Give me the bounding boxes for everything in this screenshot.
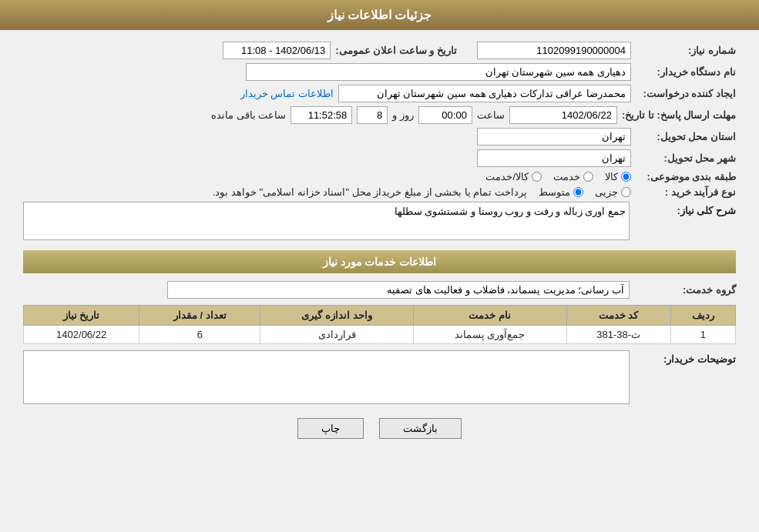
buyer-notes-textarea[interactable]: [23, 350, 630, 404]
category-radio-both[interactable]: [532, 172, 542, 182]
org-name-input[interactable]: [246, 63, 631, 81]
deadline-date-input[interactable]: [509, 106, 617, 124]
cell-quantity: 6: [139, 326, 260, 344]
deadline-days-input[interactable]: [357, 106, 388, 124]
button-row: بازگشت چاپ: [23, 418, 736, 439]
purchase-type-label-partial: جزیی: [595, 186, 618, 198]
need-description-textarea[interactable]: جمع اوری زباله و رفت و روب روستا و شستشو…: [23, 202, 630, 240]
category-radio-group: کالا خدمت کالا/خدمت: [485, 171, 631, 182]
purchase-type-label: نوع فرآیند خرید :: [636, 186, 736, 198]
col-header-unit: واحد اندازه گیری: [260, 306, 413, 326]
buyer-notes-label: توضیحات خریدار:: [636, 350, 736, 365]
cell-row-num: 1: [670, 326, 735, 344]
city-label: شهر محل تحویل:: [636, 152, 736, 164]
org-name-label: نام دستگاه خریدار:: [636, 66, 736, 78]
category-option-both[interactable]: کالا/خدمت: [485, 171, 542, 182]
buyer-notes-block: توضیحات خریدار:: [23, 350, 736, 407]
page-title: جزئیات اطلاعات نیاز: [0, 0, 759, 30]
category-option-service[interactable]: خدمت: [553, 171, 593, 182]
category-label-kala: کالا: [605, 171, 618, 182]
category-label: طبقه بندی موضوعی:: [636, 171, 736, 182]
need-number-label: شماره نیاز:: [636, 45, 736, 56]
category-option-kala[interactable]: کالا: [605, 171, 631, 182]
service-table-section: ردیف کد خدمت نام خدمت واحد اندازه گیری ت…: [23, 305, 736, 344]
deadline-time-input[interactable]: [418, 106, 472, 124]
purchase-type-desc: پرداخت تمام یا بخشی از مبلغ خریداز محل "…: [213, 186, 527, 198]
need-description-block: شرح کلی نیاز: جمع اوری زباله و رفت و روب…: [23, 202, 736, 243]
category-label-both: کالا/خدمت: [485, 171, 529, 182]
category-radio-service[interactable]: [583, 172, 593, 182]
cell-unit: قراردادی: [260, 326, 413, 344]
contact-link[interactable]: اطلاعات تماس خریدار: [240, 88, 334, 99]
city-row: شهر محل تحویل:: [23, 149, 736, 167]
deadline-days-label: روز و: [392, 109, 414, 121]
col-header-row-num: ردیف: [670, 306, 735, 326]
deadline-row: مهلت ارسال پاسخ: تا تاریخ: ساعت روز و سا…: [23, 106, 736, 124]
need-description-wrapper: جمع اوری زباله و رفت و روب روستا و شستشو…: [23, 202, 630, 243]
col-header-service-code: کد خدمت: [566, 306, 670, 326]
purchase-type-option-medium[interactable]: متوسط: [539, 186, 583, 198]
group-value-input[interactable]: [167, 281, 630, 299]
province-label: استان محل تحویل:: [636, 131, 736, 142]
purchase-type-row: نوع فرآیند خرید : جزیی متوسط پرداخت تمام…: [23, 186, 736, 198]
page-wrapper: جزئیات اطلاعات نیاز شماره نیاز: تاریخ و …: [0, 0, 759, 532]
col-header-date: تاریخ نیاز: [24, 306, 139, 326]
category-label-service: خدمت: [553, 171, 580, 182]
deadline-time-label: ساعت: [477, 109, 505, 121]
need-number-row: شماره نیاز: تاریخ و ساعت اعلان عمومی:: [23, 42, 736, 59]
purchase-type-radio-medium[interactable]: [573, 187, 583, 197]
city-input[interactable]: [477, 149, 631, 167]
back-button[interactable]: بازگشت: [379, 418, 462, 439]
province-row: استان محل تحویل:: [23, 128, 736, 146]
purchase-type-radio-partial[interactable]: [621, 187, 631, 197]
print-button[interactable]: چاپ: [297, 418, 364, 439]
service-table: ردیف کد خدمت نام خدمت واحد اندازه گیری ت…: [23, 305, 736, 344]
buyer-notes-wrapper: [23, 350, 630, 407]
category-radio-kala[interactable]: [621, 172, 631, 182]
creator-row: ایجاد کننده درخواست: اطلاعات تماس خریدار: [23, 85, 736, 102]
col-header-service-name: نام خدمت: [413, 306, 566, 326]
cell-service-name: جمع‌آوری پسماند: [413, 326, 566, 344]
creator-input[interactable]: [338, 85, 631, 102]
cell-date: 1402/06/22: [24, 326, 139, 344]
creator-label: ایجاد کننده درخواست:: [636, 88, 736, 99]
announce-date-label: تاریخ و ساعت اعلان عمومی:: [335, 45, 457, 56]
deadline-remaining-label: ساعت باقی مانده: [211, 109, 286, 121]
org-name-row: نام دستگاه خریدار:: [23, 63, 736, 81]
purchase-type-radio-group: جزیی متوسط پرداخت تمام یا بخشی از مبلغ خ…: [213, 186, 631, 198]
group-service-row: گروه خدمت:: [23, 281, 736, 299]
announce-date-input[interactable]: [223, 42, 331, 59]
cell-service-code: ث-38-381: [566, 326, 670, 344]
need-number-input[interactable]: [477, 42, 631, 59]
need-description-label: شرح کلی نیاز:: [636, 202, 736, 216]
purchase-type-label-medium: متوسط: [539, 186, 570, 198]
purchase-type-option-partial[interactable]: جزیی: [595, 186, 631, 198]
group-label: گروه خدمت:: [636, 284, 736, 296]
col-header-quantity: تعداد / مقدار: [139, 306, 260, 326]
province-input[interactable]: [477, 128, 631, 146]
category-row: طبقه بندی موضوعی: کالا خدمت کالا/خدمت: [23, 171, 736, 182]
deadline-remaining-input[interactable]: [291, 106, 352, 124]
table-row: 1 ث-38-381 جمع‌آوری پسماند قراردادی 6 14…: [24, 326, 736, 344]
deadline-label: مهلت ارسال پاسخ: تا تاریخ:: [622, 109, 736, 121]
service-section-header: اطلاعات خدمات مورد نیاز: [23, 250, 736, 273]
